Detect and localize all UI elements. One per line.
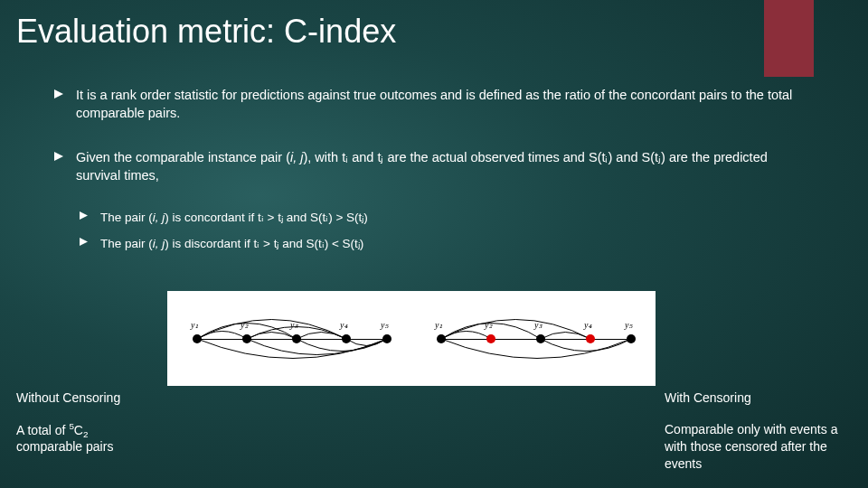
triangle-icon (80, 211, 88, 220)
right-caption: With Censoring Comparable only with even… (665, 390, 837, 473)
right-body: Comparable only with events a with those… (665, 421, 837, 473)
node (437, 334, 446, 343)
page-title: Evaluation metric: C-index (16, 13, 396, 51)
triangle-icon (54, 152, 63, 161)
graph-without-censoring: y₁ y₂ y₃ y₄ y₅ (176, 298, 402, 380)
node-label: y₅ (625, 320, 632, 330)
left-heading: Without Censoring (16, 390, 120, 405)
svg-marker-2 (80, 211, 88, 220)
node-label: y₄ (584, 320, 591, 330)
svg-marker-0 (54, 89, 63, 99)
triangle-icon (54, 89, 63, 99)
sub-bullet-1-text: The pair (i, j) is concordant if tᵢ > tⱼ… (100, 210, 368, 227)
content-area: It is a rank order statistic for predict… (54, 86, 814, 262)
node-label: y₃ (534, 320, 542, 330)
node (242, 334, 251, 343)
node-label: y₃ (290, 320, 297, 330)
node-censored (486, 334, 495, 343)
node-label: y₁ (435, 320, 442, 330)
node (627, 334, 636, 343)
left-caption: Without Censoring A total of 5C2 compara… (16, 390, 120, 454)
node (342, 334, 351, 343)
graph-with-censoring: y₁ y₂ y₃ y₄ y₅ (420, 298, 646, 380)
accent-bar (764, 0, 814, 77)
node-label: y₁ (191, 320, 198, 330)
node-label: y₂ (241, 320, 248, 330)
sub-bullet-2-text: The pair (i, j) is discordant if tᵢ > tⱼ… (100, 236, 363, 253)
node (536, 334, 545, 343)
node (292, 334, 301, 343)
node-censored (586, 334, 595, 343)
svg-marker-3 (80, 238, 88, 246)
triangle-icon (80, 238, 88, 246)
sub-bullet-1: The pair (i, j) is concordant if tᵢ > tⱼ… (80, 210, 814, 227)
bullet-2-text: Given the comparable instance pair (i, j… (76, 148, 814, 185)
sub-bullet-2: The pair (i, j) is discordant if tᵢ > tⱼ… (80, 236, 814, 253)
right-heading: With Censoring (665, 390, 837, 405)
bullet-1: It is a rank order statistic for predict… (54, 86, 814, 123)
node (382, 334, 392, 343)
node-label: y₂ (485, 320, 492, 330)
bullet-2: Given the comparable instance pair (i, j… (54, 148, 814, 185)
arcs-right (420, 298, 646, 380)
bullet-1-text: It is a rank order statistic for predict… (76, 86, 814, 123)
node-label: y₅ (381, 320, 388, 330)
arcs-left (176, 298, 402, 380)
diagram: y₁ y₂ y₃ y₄ y₅ y₁ y₂ y₃ y₄ y₅ (167, 291, 656, 386)
node-label: y₄ (340, 320, 347, 330)
left-body: A total of 5C2 comparable pairs (16, 421, 120, 454)
node (193, 334, 202, 343)
svg-marker-1 (54, 152, 63, 161)
